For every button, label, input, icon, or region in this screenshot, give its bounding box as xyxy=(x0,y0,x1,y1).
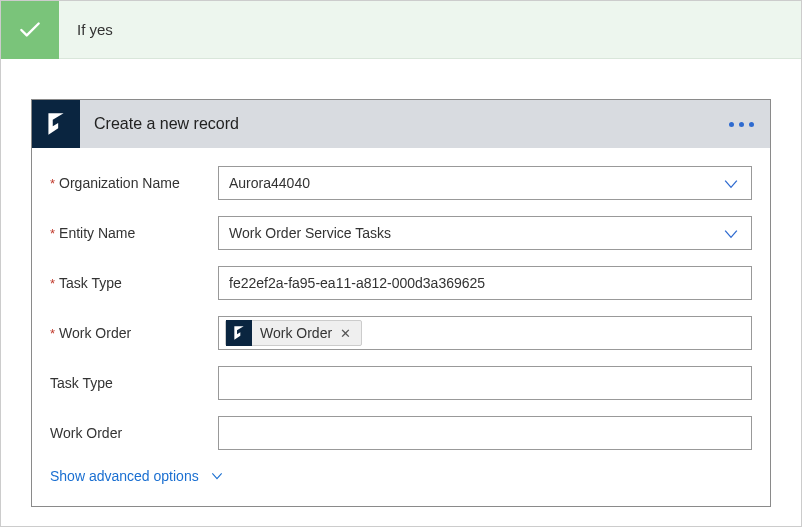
condition-header[interactable]: If yes xyxy=(1,1,801,59)
label-text: Task Type xyxy=(59,275,122,291)
dropdown-entity-name[interactable]: Work Order Service Tasks xyxy=(218,216,752,250)
dropdown-organization-name[interactable]: Aurora44040 xyxy=(218,166,752,200)
label-text: Organization Name xyxy=(59,175,180,191)
token-label: Work Order xyxy=(260,325,332,341)
row-task-type-required: * Task Type fe22ef2a-fa95-ea11-a812-000d… xyxy=(50,266,752,300)
label-work-order-required: * Work Order xyxy=(50,325,218,341)
input-work-order-required[interactable]: Work Order ✕ xyxy=(218,316,752,350)
more-button[interactable] xyxy=(729,100,754,148)
show-advanced-label: Show advanced options xyxy=(50,468,199,484)
label-entity-name: * Entity Name xyxy=(50,225,218,241)
action-title: Create a new record xyxy=(80,115,239,133)
label-text: Task Type xyxy=(50,375,113,391)
label-task-type-optional: Task Type xyxy=(50,375,218,391)
row-task-type-optional: Task Type xyxy=(50,366,752,400)
label-organization-name: * Organization Name xyxy=(50,175,218,191)
label-text: Entity Name xyxy=(59,225,135,241)
row-work-order-optional: Work Order xyxy=(50,416,752,450)
row-organization-name: * Organization Name Aurora44040 xyxy=(50,166,752,200)
dropdown-value: Work Order Service Tasks xyxy=(229,225,391,241)
chevron-down-icon xyxy=(721,224,741,247)
condition-title: If yes xyxy=(59,21,113,38)
action-header[interactable]: Create a new record xyxy=(32,100,770,148)
token-work-order[interactable]: Work Order ✕ xyxy=(225,320,362,346)
required-asterisk: * xyxy=(50,226,55,241)
required-asterisk: * xyxy=(50,176,55,191)
required-asterisk: * xyxy=(50,276,55,291)
required-asterisk: * xyxy=(50,326,55,341)
show-advanced-options[interactable]: Show advanced options xyxy=(50,468,752,484)
input-task-type-required[interactable]: fe22ef2a-fa95-ea11-a812-000d3a369625 xyxy=(218,266,752,300)
row-work-order-required: * Work Order Work Order ✕ xyxy=(50,316,752,350)
label-text: Work Order xyxy=(59,325,131,341)
action-body: * Organization Name Aurora44040 * Ent xyxy=(32,148,770,506)
dynamics-icon xyxy=(226,320,252,346)
chevron-down-icon xyxy=(721,174,741,197)
label-text: Work Order xyxy=(50,425,122,441)
canvas: If yes Create a new record * Organizatio… xyxy=(0,0,802,527)
input-work-order-optional[interactable] xyxy=(218,416,752,450)
row-entity-name: * Entity Name Work Order Service Tasks xyxy=(50,216,752,250)
input-value: fe22ef2a-fa95-ea11-a812-000d3a369625 xyxy=(229,275,485,291)
chevron-down-icon xyxy=(209,468,225,484)
dropdown-value: Aurora44040 xyxy=(229,175,310,191)
dynamics-icon xyxy=(32,100,80,148)
check-icon xyxy=(1,1,59,59)
label-task-type-required: * Task Type xyxy=(50,275,218,291)
label-work-order-optional: Work Order xyxy=(50,425,218,441)
action-card: Create a new record * Organization Name … xyxy=(31,99,771,507)
token-remove-button[interactable]: ✕ xyxy=(340,326,351,341)
input-task-type-optional[interactable] xyxy=(218,366,752,400)
